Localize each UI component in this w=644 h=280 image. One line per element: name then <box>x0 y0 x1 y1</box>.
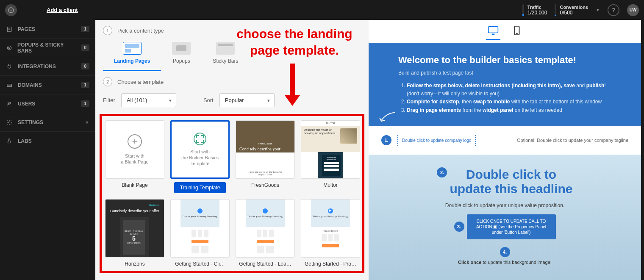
templates-highlight-box: + Start witha Blank Page Blank Page Star… <box>100 114 364 273</box>
template-horizons[interactable]: HorizonsConcisely describe your offer RE… <box>105 199 164 267</box>
tab-label: Landing Pages <box>114 58 150 64</box>
conversions-label: Conversions <box>560 5 588 10</box>
sort-label: Sort <box>203 97 214 103</box>
step-1-label: Pick a content type <box>117 28 164 34</box>
template-name: Multor <box>323 182 337 188</box>
popup-icon <box>172 42 191 55</box>
svg-rect-11 <box>488 26 498 33</box>
sidebar-label: LABS <box>18 138 32 144</box>
preview-sub[interactable]: Double click to update your unique value… <box>445 202 565 208</box>
svg-point-9 <box>10 102 11 103</box>
hero-step-1: Follow the steps below, delete instructi… <box>407 82 611 98</box>
hero-title: Welcome to the builder basics template! <box>398 55 611 66</box>
traffic-value: 1/20,000 <box>527 10 547 16</box>
user-avatar[interactable]: UW <box>627 4 639 16</box>
step-2-label: Choose a template <box>117 79 164 85</box>
bg-image-text: to update this background image: <box>481 260 552 265</box>
add-client-link[interactable]: Add a client <box>47 7 78 13</box>
stats-dropdown-icon[interactable]: ▼ <box>596 8 600 12</box>
logo-row: 1. Double click to update company logo O… <box>369 126 641 155</box>
app-logo[interactable] <box>5 4 17 16</box>
template-blank-page[interactable]: + Start witha Blank Page Blank Page <box>105 120 164 193</box>
traffic-stat: Traffic 1/20,000 <box>522 4 547 16</box>
popups-icon <box>6 44 12 51</box>
sidebar-item-pages[interactable]: PAGES 1 <box>0 20 95 39</box>
tab-landing-pages[interactable]: Landing Pages <box>103 38 161 71</box>
sidebar-item-users[interactable]: USERS 1 <box>0 94 95 113</box>
sidebar-item-domains[interactable]: DOMAINS 1 <box>0 76 95 94</box>
preview-step-3-badge: 3. <box>454 222 464 232</box>
template-getting-started-lead[interactable]: This is your Primary Heading. Getting St… <box>236 199 295 267</box>
sort-select[interactable]: Popular <box>219 93 275 107</box>
landing-page-icon <box>123 42 142 55</box>
svg-rect-6 <box>7 84 12 86</box>
filter-row: Filter All (101) Sort Popular <box>95 89 369 111</box>
thumb-text: Start withthe Builder BasicsTemplate <box>178 149 222 167</box>
preview-step-4-badge: 4. <box>500 247 510 257</box>
template-name: FreshGoods <box>251 182 279 188</box>
sidebar-label: POPUPS & STICKY BARS <box>17 42 76 54</box>
tab-label: Sticky Bars <box>213 58 238 64</box>
labs-icon <box>6 138 13 144</box>
template-training[interactable]: Start withthe Builder BasicsTemplate Tra… <box>170 120 230 193</box>
svg-point-4 <box>7 46 11 50</box>
sidebar-badge: 0 <box>81 44 89 51</box>
traffic-label: Traffic <box>527 5 547 10</box>
template-multor[interactable]: MULTOR Describe the value of booking an … <box>301 120 360 193</box>
mobile-device-tab[interactable] <box>510 23 524 39</box>
svg-point-14 <box>516 33 517 34</box>
content-type-tabs: Landing Pages Popups Sticky Bars <box>95 38 369 71</box>
sidebar-badge: 0 <box>81 63 89 69</box>
sidebar: PAGES 1 POPUPS & STICKY BARS 0 INTEGRATI… <box>0 20 95 280</box>
template-getting-started-product[interactable]: ▶This is your Primary Heading. Product B… <box>301 199 360 267</box>
help-button[interactable]: ? <box>608 4 619 16</box>
sidebar-label: PAGES <box>18 26 35 32</box>
chevron-down-icon: ▼ <box>85 120 89 125</box>
hero-subtitle: Build and publish a test page fast <box>398 70 611 76</box>
desktop-device-tab[interactable] <box>486 23 500 40</box>
sidebar-label: USERS <box>18 101 35 107</box>
sidebar-item-popups[interactable]: POPUPS & STICKY BARS 0 <box>0 39 95 57</box>
preview-step-1-badge: 1. <box>381 135 391 145</box>
filter-select[interactable]: All (101) <box>121 93 176 107</box>
device-tabs <box>369 20 641 43</box>
preview-headline[interactable]: Double click toupdate this headline <box>450 167 572 197</box>
preview-body: 2. Double click toupdate this headline D… <box>369 155 641 280</box>
hero-steps-list: Follow the steps below, delete instructi… <box>398 82 611 114</box>
tagline-text[interactable]: Optional: Double click to update your co… <box>517 138 628 143</box>
thumb-text: Start witha Blank Page <box>117 153 152 165</box>
templates-grid: + Start witha Blank Page Blank Page Star… <box>105 120 359 267</box>
hero-step-3: Drag in page elements from the widget pa… <box>407 106 611 114</box>
tab-sticky-bars[interactable]: Sticky Bars <box>202 38 249 71</box>
template-name: Getting Started - Pro… <box>305 261 356 267</box>
top-bar: Add a client Traffic 1/20,000 Conversion… <box>0 0 644 20</box>
preview-cta-button[interactable]: CLICK ONCE TO UPDATE CALL TO ACTION ▣ (s… <box>467 214 556 239</box>
svg-point-8 <box>8 102 10 103</box>
integrations-icon <box>6 63 13 70</box>
hero-step-2: Complete for desktop, then swap to mobil… <box>407 98 611 106</box>
svg-point-5 <box>8 47 10 49</box>
sidebar-label: INTEGRATIONS <box>18 64 56 69</box>
template-getting-started-click[interactable]: This is your Primary Heading. Getting St… <box>170 199 230 267</box>
click-once-bold: Click once <box>458 260 481 265</box>
tab-popups[interactable]: Popups <box>161 38 202 71</box>
step-number-1: 1 <box>103 26 112 35</box>
step-1-row: 1 Pick a content type <box>95 20 369 38</box>
preview-step-2-badge: 2. <box>437 167 447 177</box>
domains-icon <box>6 82 13 89</box>
template-name: Getting Started - Cli… <box>175 261 225 267</box>
target-icon <box>194 133 206 145</box>
sidebar-item-integrations[interactable]: INTEGRATIONS 0 <box>0 57 95 76</box>
template-name: Horizons <box>125 261 144 267</box>
logo-placeholder[interactable]: Double click to update company logo <box>397 135 476 146</box>
template-name: Training Template <box>174 182 226 193</box>
template-name: Blank Page <box>122 182 147 188</box>
tab-label: Popups <box>173 58 190 64</box>
preview-panel: Welcome to the builder basics template! … <box>369 20 641 280</box>
pages-icon <box>6 26 13 33</box>
users-icon <box>6 100 13 107</box>
sidebar-item-labs[interactable]: LABS <box>0 132 95 150</box>
template-freshgoods[interactable]: FreshGoods Concisely describe your produ… <box>236 120 295 193</box>
sticky-bar-icon <box>216 42 235 55</box>
sidebar-item-settings[interactable]: SETTINGS ▼ <box>0 113 95 132</box>
